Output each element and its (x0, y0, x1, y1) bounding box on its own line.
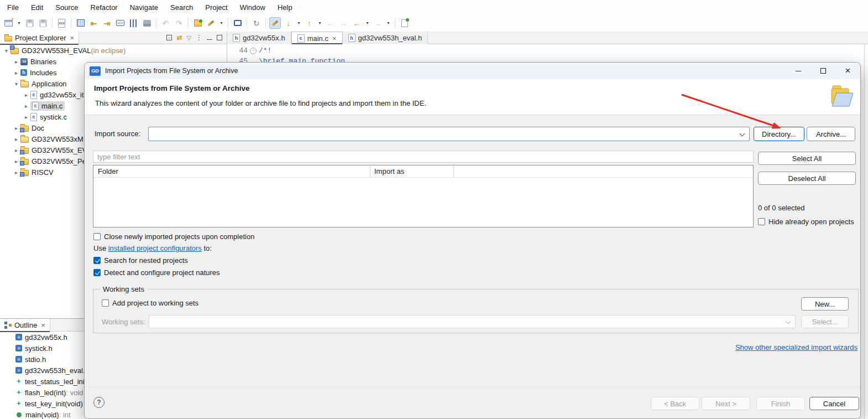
next-annotation-dropdown-icon[interactable]: ▾ (296, 20, 302, 25)
eclipse-window: File Edit Source Refactor Navigate Searc… (0, 0, 868, 419)
dialog-header: Import Projects from File System or Arch… (85, 79, 860, 115)
console-icon[interactable] (232, 17, 243, 29)
forward-dropdown-icon[interactable]: ▾ (385, 20, 391, 25)
binary-file-icon[interactable]: 010 (56, 17, 67, 29)
import-source-combo[interactable] (148, 127, 750, 141)
previous-annotation-icon[interactable]: ↑ (304, 17, 315, 29)
search-marker-dropdown-icon[interactable]: ▾ (218, 20, 224, 25)
close-newly-imported-checkbox-row[interactable]: Close newly imported projects upon compl… (93, 232, 254, 241)
chevron-right-icon[interactable]: ▸ (22, 92, 30, 98)
chevron-right-icon[interactable]: ▸ (12, 125, 20, 131)
project-explorer-tab[interactable]: Project Explorer × (0, 32, 79, 44)
wizard-description: This wizard analyzes the content of your… (95, 99, 426, 107)
menu-refactor[interactable]: Refactor (85, 1, 124, 14)
filter-icon[interactable]: ▽ (187, 34, 191, 42)
menu-source[interactable]: Source (49, 1, 84, 14)
clean-icon[interactable] (141, 17, 153, 29)
filter-input[interactable] (93, 151, 753, 162)
working-sets-group: Working sets Add project to working sets… (93, 289, 859, 333)
close-icon[interactable]: × (835, 63, 860, 79)
tab-gd32vw553h-eval-h[interactable]: h gd32vw553h_eval.h (343, 32, 428, 44)
chevron-right-icon[interactable]: ▸ (12, 59, 20, 65)
terminal-icon[interactable]: </> (114, 17, 126, 29)
refresh-icon[interactable]: ↻ (250, 17, 262, 29)
previous-edit-location-icon[interactable]: ⇤ (88, 17, 100, 29)
help-icon[interactable]: ? (93, 397, 104, 408)
checkbox-unchecked[interactable] (102, 299, 109, 307)
close-icon[interactable]: × (332, 34, 337, 43)
debug-config-icon[interactable] (128, 17, 139, 29)
other-import-wizards-link[interactable]: Show other specialized import wizards (735, 343, 857, 351)
chevron-right-icon[interactable]: ▸ (12, 70, 20, 76)
forward-icon: → (372, 17, 384, 29)
collapse-all-icon[interactable]: − (166, 35, 172, 40)
archive-button[interactable]: Archive... (807, 127, 855, 141)
menu-navigate[interactable]: Navigate (124, 1, 164, 14)
tab-gd32vw55x-h[interactable]: h gd32vw55x.h (227, 32, 291, 44)
filter-field[interactable] (93, 151, 754, 163)
minimize-icon[interactable] (786, 63, 811, 79)
chevron-down-icon[interactable]: ▾ (12, 81, 20, 87)
column-import-as[interactable]: Import as (370, 165, 453, 177)
directory-button[interactable]: Directory... (754, 127, 804, 141)
new-project-grid-icon[interactable] (75, 17, 86, 29)
close-icon[interactable]: × (41, 321, 45, 329)
new-wizard-icon[interactable] (3, 17, 14, 29)
tab-main-c[interactable]: c main.c × (291, 32, 343, 44)
hide-open-projects-checkbox-row[interactable]: Hide already open projects (758, 217, 854, 226)
new-dropdown-icon[interactable]: ▾ (16, 20, 22, 25)
tree-item-project[interactable]: ▾ GD32VW553H_EVAL (in eclipse) (0, 45, 227, 56)
search-marker-icon[interactable] (205, 17, 217, 29)
installed-configurators-link[interactable]: installed project configurators (108, 244, 202, 252)
chevron-right-icon[interactable]: ▸ (22, 114, 30, 120)
link-with-editor-icon[interactable]: ⇄ (176, 34, 182, 42)
close-icon[interactable]: × (70, 34, 74, 42)
minimize-view-icon[interactable] (207, 39, 212, 40)
checkbox-unchecked[interactable] (758, 218, 765, 225)
fold-minus-icon[interactable]: − (250, 48, 257, 54)
import-projects-dialog: GD Import Projects from File System or A… (84, 62, 861, 419)
menu-help[interactable]: Help (271, 1, 299, 14)
chevron-right-icon[interactable]: ▸ (22, 103, 30, 109)
projects-table[interactable]: Folder Import as (93, 165, 754, 227)
nested-projects-checkbox-row[interactable]: Search for nested projects (93, 256, 188, 265)
gd-app-icon: GD (90, 66, 101, 76)
project-natures-checkbox-row[interactable]: Detect and configure project natures (93, 268, 220, 277)
checkbox-checked[interactable] (93, 269, 101, 276)
import-source-label: Import source: (95, 130, 140, 138)
previous-annotation-dropdown-icon[interactable]: ▾ (317, 20, 323, 25)
menu-file[interactable]: File (1, 1, 25, 14)
view-menu-icon[interactable]: ⋮ (196, 34, 202, 42)
open-type-icon[interactable] (192, 17, 203, 29)
next-button: Next > (702, 397, 750, 410)
checkbox-unchecked[interactable] (93, 233, 101, 240)
cancel-button[interactable]: Cancel (809, 397, 859, 410)
new-working-set-button[interactable]: New... (801, 297, 849, 311)
back-icon[interactable]: ← (351, 17, 363, 29)
pin-editor-icon[interactable] (399, 17, 410, 29)
dialog-title-bar[interactable]: GD Import Projects from File System or A… (85, 63, 860, 79)
select-all-button[interactable]: Select All (758, 152, 856, 165)
import-source-input[interactable] (149, 127, 749, 141)
project-explorer-icon (4, 36, 12, 42)
add-to-working-sets-checkbox-row[interactable]: Add project to working sets (102, 298, 198, 307)
chevron-right-icon[interactable]: ▸ (12, 158, 20, 164)
menu-project[interactable]: Project (199, 1, 233, 14)
chevron-right-icon[interactable]: ▸ (12, 147, 20, 153)
column-folder[interactable]: Folder (93, 165, 370, 177)
outline-tab[interactable]: Outline × (0, 319, 50, 332)
chevron-right-icon[interactable]: ▸ (12, 136, 20, 142)
chevron-down-icon[interactable]: ▾ (2, 48, 11, 54)
chevron-right-icon[interactable]: ▸ (12, 169, 20, 175)
maximize-view-icon[interactable] (217, 35, 222, 40)
mark-occurrences-icon[interactable] (269, 17, 281, 29)
back-dropdown-icon[interactable]: ▾ (364, 20, 370, 25)
menu-edit[interactable]: Edit (25, 1, 49, 14)
menu-search[interactable]: Search (164, 1, 199, 14)
maximize-icon[interactable] (811, 63, 835, 79)
menu-window[interactable]: Window (234, 1, 271, 14)
deselect-all-button[interactable]: Deselect All (758, 172, 856, 185)
next-annotation-icon[interactable]: ↓ (283, 17, 294, 29)
next-edit-location-icon[interactable]: ⇥ (101, 17, 113, 29)
checkbox-checked[interactable] (93, 257, 101, 264)
